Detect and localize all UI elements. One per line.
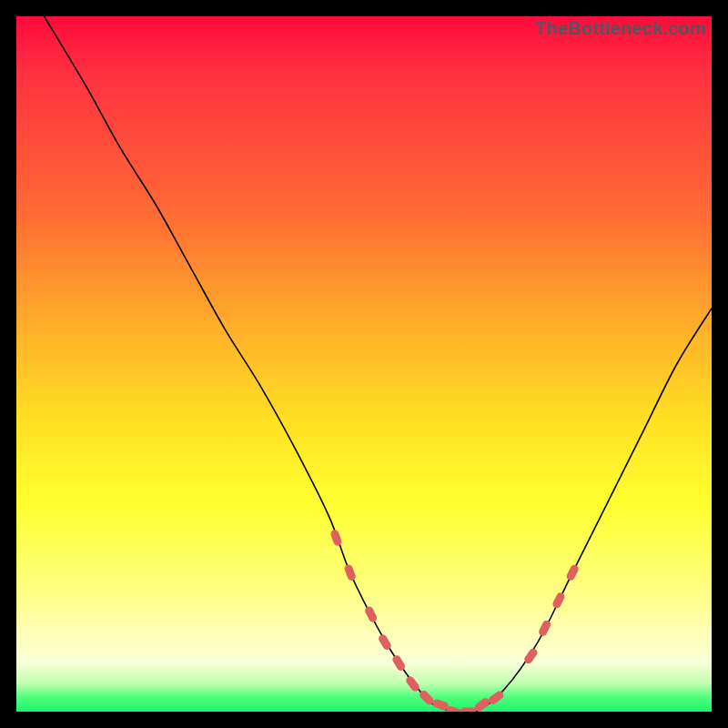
highlight-marker (460, 708, 477, 713)
chart-frame: TheBottleneck.com (0, 0, 728, 728)
chart-plot-area: TheBottleneck.com (16, 16, 712, 712)
highlight-marker (343, 563, 357, 581)
highlight-marker (391, 653, 407, 672)
highlight-markers (329, 529, 580, 712)
chart-svg (16, 16, 712, 712)
bottleneck-curve (45, 16, 712, 712)
highlight-marker (551, 592, 566, 610)
highlight-marker (473, 696, 491, 712)
highlight-marker (364, 605, 379, 623)
highlight-marker (538, 619, 552, 637)
highlight-marker (565, 563, 580, 581)
highlight-marker (329, 529, 343, 547)
